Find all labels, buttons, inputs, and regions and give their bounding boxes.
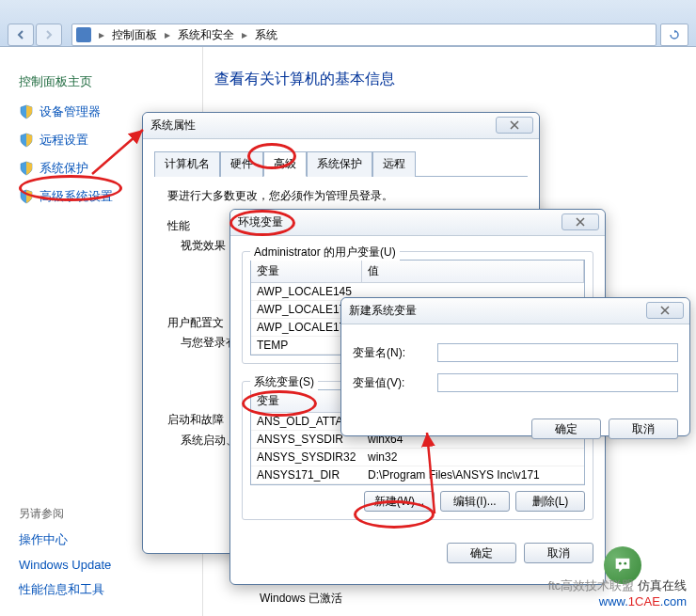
shield-icon <box>19 104 34 119</box>
svg-point-2 <box>619 562 622 565</box>
sidebar-title: 控制面板主页 <box>19 73 202 90</box>
close-icon <box>576 217 585 227</box>
cancel-button[interactable]: 取消 <box>524 543 593 563</box>
watermark-text1b: 仿真在线 <box>638 578 687 592</box>
var-name-input[interactable] <box>437 343 678 362</box>
breadcrumb-sep: ▸ <box>238 28 251 41</box>
sys-vars-title: 系统变量(S) <box>250 374 318 390</box>
tab-system-protection[interactable]: 系统保护 <box>307 151 372 177</box>
dialog-title-text: 系统属性 <box>150 118 196 134</box>
table-row[interactable]: ANSYS171_DIRD:\Program Files\ANSYS Inc\v… <box>251 466 584 484</box>
close-button[interactable] <box>646 302 684 319</box>
breadcrumb[interactable]: ▸ 控制面板 ▸ 系统和安全 ▸ 系统 <box>71 24 656 46</box>
dialog-title-text: 新建系统变量 <box>349 303 417 319</box>
close-icon <box>660 306 670 315</box>
watermark-text1: ftc高效技术联盟 <box>548 578 635 592</box>
refresh-icon <box>670 30 679 39</box>
ok-button[interactable]: 确定 <box>531 419 601 439</box>
sidebar-link-windows-update[interactable]: Windows Update <box>19 558 202 572</box>
breadcrumb-item[interactable]: 系统 <box>251 27 281 43</box>
sidebar-link-perf-info[interactable]: 性能信息和工具 <box>19 581 202 598</box>
edit-button[interactable]: 编辑(I)... <box>440 491 510 512</box>
table-row[interactable]: ANSYS_SYSDIR32win32 <box>251 449 584 466</box>
dialog-titlebar[interactable]: 环境变量 <box>230 210 605 236</box>
close-button[interactable] <box>496 117 533 134</box>
dialog-titlebar[interactable]: 新建系统变量 <box>341 298 689 324</box>
nav-forward-button[interactable] <box>36 24 62 46</box>
tab-hardware[interactable]: 硬件 <box>220 151 263 177</box>
close-icon <box>510 120 519 130</box>
watermark: ftc高效技术联盟 仿真在线 www.1CAE.com <box>548 577 687 608</box>
svg-point-3 <box>624 562 626 565</box>
shield-icon <box>19 133 34 148</box>
var-value-input[interactable] <box>437 373 678 392</box>
col-value[interactable]: 值 <box>362 261 584 282</box>
ok-button[interactable]: 确定 <box>447 543 516 563</box>
tab-computer-name[interactable]: 计算机名 <box>154 151 220 177</box>
arrow-left-icon <box>15 29 26 40</box>
tab-bar: 计算机名 硬件 高级 系统保护 远程 <box>154 150 528 177</box>
shield-icon <box>19 189 34 204</box>
user-vars-title: Administrator 的用户变量(U) <box>250 245 400 261</box>
dialog-titlebar[interactable]: 系统属性 <box>143 113 539 139</box>
search-dropdown[interactable] <box>660 24 688 46</box>
shield-icon <box>19 161 34 176</box>
sidebar-item-label: 高级系统设置 <box>40 188 113 205</box>
sidebar-item-label: 设备管理器 <box>40 103 101 120</box>
address-toolbar: ▸ 控制面板 ▸ 系统和安全 ▸ 系统 <box>0 0 696 47</box>
windows-activated-text: Windows 已激活 <box>260 591 342 607</box>
tab-advanced[interactable]: 高级 <box>263 151 307 177</box>
dialog-title-text: 环境变量 <box>238 214 283 230</box>
breadcrumb-item[interactable]: 系统和安全 <box>174 27 238 43</box>
breadcrumb-sep: ▸ <box>95 28 108 41</box>
sidebar-item-label: 远程设置 <box>40 132 88 149</box>
var-value-label: 变量值(V): <box>353 375 437 391</box>
delete-button[interactable]: 删除(L) <box>515 491 585 512</box>
arrow-right-icon <box>43 29 55 40</box>
var-name-label: 变量名(N): <box>353 345 437 361</box>
breadcrumb-item[interactable]: 控制面板 <box>108 27 161 43</box>
close-button[interactable] <box>562 213 599 230</box>
control-panel-icon <box>76 27 91 42</box>
cancel-button[interactable]: 取消 <box>609 419 678 439</box>
tab-remote[interactable]: 远程 <box>372 151 416 177</box>
col-var[interactable]: 变量 <box>251 261 362 282</box>
new-system-variable-dialog: 新建系统变量 变量名(N): 变量值(V): 确定 取消 <box>340 297 690 436</box>
breadcrumb-sep: ▸ <box>161 28 174 41</box>
page-title: 查看有关计算机的基本信息 <box>214 70 696 89</box>
nav-back-button[interactable] <box>8 24 34 46</box>
new-button[interactable]: 新建(W)... <box>364 491 435 512</box>
sidebar-item-label: 系统保护 <box>40 160 88 177</box>
admin-note: 要进行大多数更改，您必须作为管理员登录。 <box>167 186 514 207</box>
